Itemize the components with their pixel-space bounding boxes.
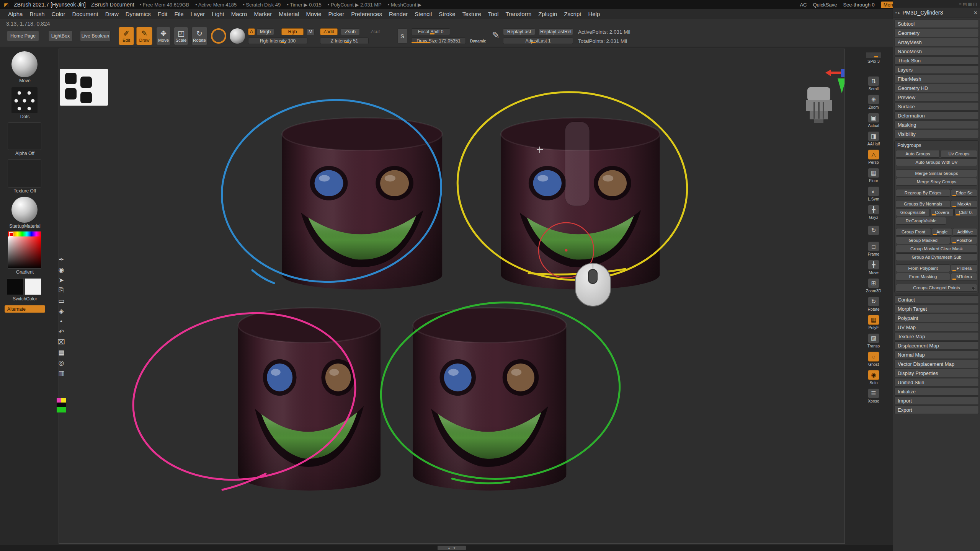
- m-button[interactable]: M: [306, 28, 315, 35]
- tool-section[interactable]: Contact: [894, 295, 979, 304]
- menu-item[interactable]: Picker: [325, 11, 348, 17]
- green-swatch[interactable]: [57, 407, 66, 412]
- menu-item[interactable]: Layer: [187, 11, 209, 17]
- menu-item[interactable]: Stencil: [411, 11, 435, 17]
- cylinder-bottom-right[interactable]: [413, 308, 567, 491]
- tool-section[interactable]: Import: [894, 396, 979, 405]
- stroke-curve-icon[interactable]: S: [397, 28, 407, 44]
- zadd-button[interactable]: Zadd: [320, 28, 338, 35]
- saturation-value-area[interactable]: [8, 236, 41, 269]
- swatch-quad[interactable]: [57, 398, 66, 412]
- home-page-button[interactable]: Home Page: [7, 31, 39, 41]
- coverage-slider[interactable]: Covera: [931, 209, 954, 216]
- max-angle-slider[interactable]: MaxAn: [951, 200, 977, 208]
- printer-icon[interactable]: ▤: [56, 348, 66, 357]
- menu-item[interactable]: Edit: [154, 11, 171, 17]
- tool-section[interactable]: Visibility: [894, 130, 979, 138]
- live-boolean-button[interactable]: Live Boolean: [80, 31, 111, 41]
- polish-groups-slider[interactable]: PolishG: [951, 236, 977, 244]
- regroup-by-edges-button[interactable]: Regroup By Edges: [896, 189, 950, 197]
- group-front-button[interactable]: Group Front: [896, 228, 931, 236]
- viewport-3d-scene[interactable]: [59, 49, 844, 543]
- tool-section[interactable]: Normal Map: [894, 350, 979, 359]
- stroke-type-button[interactable]: [211, 28, 226, 44]
- tool-section[interactable]: Masking: [894, 121, 979, 129]
- alpha-preview-button[interactable]: [230, 28, 245, 44]
- from-masking-button[interactable]: From Masking: [896, 273, 950, 280]
- tool-section[interactable]: Deformation: [894, 111, 979, 120]
- tool-section[interactable]: ArrayMesh: [894, 38, 979, 46]
- stroke-thumbnail[interactable]: [11, 51, 38, 77]
- polypaint-tolerance-slider[interactable]: PTolera: [951, 264, 977, 272]
- material-thumbnail[interactable]: [11, 197, 38, 223]
- menu-item[interactable]: Document: [69, 11, 101, 17]
- cylinder-top-left[interactable]: [282, 118, 442, 290]
- tool-section[interactable]: Geometry HD: [894, 84, 979, 92]
- tool-header-icons[interactable]: ▪ ▸: [895, 10, 900, 15]
- tool-section[interactable]: UV Map: [894, 323, 979, 331]
- uv-groups-button[interactable]: Uv Groups: [941, 150, 977, 158]
- color-picker[interactable]: [8, 231, 41, 269]
- group-masked-button[interactable]: Group Masked: [896, 236, 950, 244]
- scale-button[interactable]: ◰ Scale: [174, 27, 188, 45]
- yellow-swatch[interactable]: [61, 398, 66, 403]
- tool-section[interactable]: FiberMesh: [894, 75, 979, 83]
- focal-shift-slider[interactable]: Focal Shift 0: [411, 28, 450, 35]
- tool-section[interactable]: Unified Skin: [894, 378, 979, 386]
- polygroups-title[interactable]: Polygroups: [896, 142, 977, 149]
- group-as-dynamesh-sub-button[interactable]: Group As Dynamesh Sub: [896, 253, 977, 261]
- groups-changed-points-toggle[interactable]: Groups Changed Points: [896, 284, 977, 292]
- tool-section[interactable]: Displacement Map: [894, 341, 979, 350]
- tool-section[interactable]: Texture Map: [894, 332, 979, 341]
- menu-item[interactable]: File: [171, 11, 187, 17]
- menu-item[interactable]: Transform: [502, 11, 535, 17]
- pen-icon[interactable]: ✒: [56, 255, 66, 264]
- marquee-icon[interactable]: ▭: [56, 296, 66, 305]
- tool-section[interactable]: Layers: [894, 65, 979, 74]
- merge-stray-groups-button[interactable]: Merge Stray Groups: [896, 178, 977, 186]
- dynamic-label[interactable]: Dynamic: [470, 39, 486, 43]
- move-button[interactable]: ✥ Move: [156, 27, 171, 45]
- alternate-button[interactable]: Alternate: [5, 305, 45, 313]
- tool-section[interactable]: NanoMesh: [894, 47, 979, 55]
- tool-section[interactable]: Thick Skin: [894, 56, 979, 65]
- palette-tray-icons[interactable]: ≡ ▤ ▥ ◫: [893, 0, 980, 8]
- menu-item[interactable]: Stroke: [435, 11, 459, 17]
- horizontal-scrollbar[interactable]: ▲▼: [438, 546, 466, 550]
- mrgb-button[interactable]: Mrgb: [256, 28, 274, 35]
- tool-section[interactable]: Initialize: [894, 387, 979, 396]
- menu-item[interactable]: Texture: [459, 11, 485, 17]
- trash-icon[interactable]: ⌧: [56, 337, 66, 347]
- groups-by-normals-button[interactable]: Groups By Normals: [896, 200, 950, 208]
- secondary-color-swatch[interactable]: [24, 278, 41, 295]
- angle-slider[interactable]: Angle: [932, 228, 952, 236]
- menu-item[interactable]: Material: [275, 11, 302, 17]
- menu-item[interactable]: Tool: [485, 11, 502, 17]
- tool-section[interactable]: Geometry: [894, 29, 979, 37]
- menu-item[interactable]: Light: [208, 11, 228, 17]
- menu-item[interactable]: Render: [385, 11, 411, 17]
- edge-smooth-slider[interactable]: Edge Se: [951, 189, 977, 197]
- primary-color-swatch[interactable]: [7, 278, 24, 295]
- zcut-button[interactable]: Zcut: [368, 28, 383, 35]
- menu-item[interactable]: Color: [48, 11, 69, 17]
- menu-item[interactable]: Zscript: [560, 11, 585, 17]
- cylinder-bottom-left[interactable]: [238, 308, 381, 491]
- tool-section[interactable]: Morph Target: [894, 305, 979, 313]
- additive-toggle[interactable]: Additive: [953, 228, 977, 236]
- tool-section[interactable]: Display Properties: [894, 369, 979, 377]
- group-visible-button[interactable]: GroupVisible: [896, 209, 930, 216]
- camera-icon[interactable]: ◎: [56, 358, 66, 367]
- rotate-button[interactable]: ↻ Rotate: [191, 27, 207, 45]
- edit-button[interactable]: ✐ Edit: [119, 27, 134, 45]
- panel-close-icon[interactable]: ✕: [973, 10, 978, 16]
- replay-last-rel-button[interactable]: ReplayLastRel: [539, 28, 573, 35]
- auto-groups-button[interactable]: Auto Groups: [896, 150, 940, 158]
- eye-icon[interactable]: ◉: [56, 265, 66, 274]
- group-masked-clear-mask-button[interactable]: Group Masked Clear Mask: [896, 245, 977, 253]
- adjust-last-slider[interactable]: AdjustLast 1: [503, 37, 573, 44]
- spix-control[interactable]: SPix 3: [866, 52, 882, 64]
- masking-tolerance-slider[interactable]: MTolera: [951, 273, 977, 280]
- texture-thumbnail[interactable]: [8, 159, 41, 187]
- camera-head-widget[interactable]: [806, 87, 832, 123]
